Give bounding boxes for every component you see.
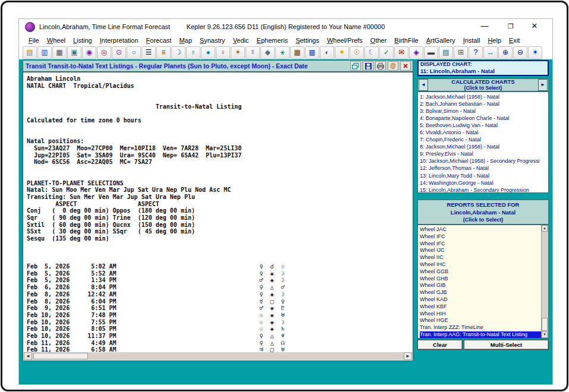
- calculated-chart-item[interactable]: 3: Bolivar,Simon - Natal: [420, 108, 548, 115]
- wheel-chart-icon[interactable]: ◉: [82, 46, 96, 59]
- report-list-item[interactable]: Wheel GJB: [420, 289, 541, 296]
- triwheel-chart-icon[interactable]: ⊙: [112, 46, 126, 59]
- forecast-icon[interactable]: ☽: [171, 46, 186, 59]
- vedic-icon[interactable]: ✶: [231, 46, 245, 59]
- calculated-chart-item[interactable]: 12: Jefferson,Thomas - Natal: [420, 165, 548, 172]
- checkmark-icon[interactable]: ✓: [379, 46, 394, 59]
- menu-item-ephemeris[interactable]: Ephemeris: [253, 36, 293, 45]
- report-list-item[interactable]: Wheel GGB: [420, 268, 541, 276]
- sun-icon[interactable]: ☉: [350, 46, 364, 59]
- reports-scrollbar-thumb[interactable]: [542, 318, 548, 331]
- menu-item-file[interactable]: File: [25, 36, 43, 45]
- scroll-left-icon[interactable]: ◄: [24, 352, 32, 360]
- email-icon[interactable]: ✉: [394, 46, 408, 59]
- aspect-grid-icon[interactable]: ⚹: [275, 46, 290, 59]
- timeline-icon[interactable]: ↔: [483, 46, 498, 59]
- menu-item-forecast[interactable]: Forecast: [143, 36, 176, 45]
- print-icon[interactable]: ▦: [52, 46, 67, 59]
- ephemeris-icon[interactable]: ☿: [246, 46, 260, 59]
- map-icon[interactable]: ♁: [186, 46, 200, 59]
- globe-icon[interactable]: ●: [201, 46, 215, 59]
- menu-item-artgallery[interactable]: ArtGallery: [423, 36, 460, 45]
- calculated-chart-item[interactable]: 4: Bonaparte,Napoleon Charle - Natal: [420, 115, 548, 122]
- close-report-icon[interactable]: ✕: [400, 61, 411, 71]
- report-list-item[interactable]: Wheel IFC: [420, 233, 541, 241]
- print-report-icon[interactable]: [375, 61, 386, 71]
- scroll-down-icon[interactable]: ▼: [542, 331, 548, 338]
- menu-item-synastry[interactable]: Synastry: [196, 36, 230, 45]
- calculated-chart-item[interactable]: 6: Vivaldi,Antonio - Natal: [420, 129, 548, 136]
- scrollbar-thumb[interactable]: [33, 353, 88, 359]
- report-list-item[interactable]: Wheel HIH: [420, 311, 541, 318]
- menu-item-map[interactable]: Map: [175, 36, 196, 45]
- calculated-chart-item[interactable]: 10: Jackson,Michael (1958) - Secondary P…: [420, 157, 548, 165]
- table-icon[interactable]: ▦: [290, 46, 304, 59]
- menu-item-wheel[interactable]: Wheel: [43, 36, 70, 45]
- calculated-chart-item[interactable]: 13: Lincoln,Mary Todd - Natal: [420, 172, 548, 179]
- clear-button[interactable]: Clear: [417, 340, 463, 350]
- report-list-item[interactable]: Tran. Interp AAG: Transit-to-Natal Text …: [420, 331, 541, 339]
- settings-icon[interactable]: ◆: [260, 46, 275, 59]
- menu-item-help[interactable]: Help: [484, 36, 505, 45]
- synastry-icon[interactable]: ♀: [216, 46, 230, 59]
- menu-item-interpretation[interactable]: Interpretation: [96, 36, 143, 45]
- maximize-button[interactable]: ❐: [501, 19, 520, 33]
- multi-select-button[interactable]: Multi-Select: [464, 340, 549, 350]
- menu-item-birthfile[interactable]: BirthFile: [391, 36, 422, 45]
- menu-item-wheel-prefs[interactable]: Wheel/Prefs: [323, 36, 367, 45]
- menu-item-listing[interactable]: Listing: [70, 36, 96, 45]
- charts-prev-button[interactable]: ◄: [419, 79, 428, 91]
- save-report-icon[interactable]: [363, 61, 373, 71]
- clock-icon[interactable]: ◐: [320, 46, 334, 59]
- close-button[interactable]: ✕: [525, 19, 544, 33]
- calculated-chart-item[interactable]: 9: Presley,Elvis - Natal: [420, 150, 548, 157]
- zoom-in-icon[interactable]: ⊕: [498, 46, 513, 59]
- scroll-up-icon[interactable]: ▲: [542, 225, 548, 232]
- report-list-item[interactable]: Wheel GHB: [420, 276, 541, 283]
- charts-next-button[interactable]: ►: [538, 79, 548, 91]
- install-icon[interactable]: ⊞: [454, 46, 468, 59]
- calendar-icon[interactable]: ▩: [305, 46, 319, 59]
- minimize-button[interactable]: —: [475, 19, 494, 33]
- menu-item-vedic[interactable]: Vedic: [230, 36, 253, 45]
- horizontal-scrollbar[interactable]: ◄ ►: [24, 352, 412, 360]
- report-list-item[interactable]: Tran. Interp ZZZ: TimeLine: [420, 324, 541, 331]
- email-report-icon[interactable]: @: [388, 61, 398, 71]
- interpretation-icon[interactable]: ≡: [156, 46, 171, 59]
- artgallery-icon[interactable]: ◈: [409, 46, 423, 59]
- report-list-item[interactable]: Wheel IJC: [420, 247, 541, 254]
- report-list-item[interactable]: Wheel IHC: [420, 261, 541, 268]
- report-list-item[interactable]: Wheel KBF: [420, 304, 541, 311]
- star-chart-icon[interactable]: ✶: [335, 46, 349, 59]
- notes-icon[interactable]: ▬: [424, 46, 438, 59]
- help-icon[interactable]: ?: [469, 46, 483, 59]
- report-list-item[interactable]: Wheel GIB: [420, 282, 541, 289]
- listing-icon[interactable]: ☰: [142, 46, 156, 59]
- wheel-designer-icon[interactable]: ✶: [528, 46, 542, 59]
- zoom-out-icon[interactable]: ⊖: [513, 46, 527, 59]
- calculated-chart-item[interactable]: 8: Jackson,Michael (1958) - Natal: [420, 143, 548, 150]
- calculated-chart-item[interactable]: 7: Chopin,Frederic - Natal: [420, 136, 548, 143]
- report-list-item[interactable]: Wheel IIC: [420, 254, 541, 261]
- scroll-right-icon[interactable]: ►: [404, 352, 412, 360]
- calculated-chart-item[interactable]: 15: Lincoln,Abraham - Secondary Progress…: [420, 186, 548, 193]
- menu-item-other[interactable]: Other: [367, 36, 391, 45]
- biwheel-chart-icon[interactable]: ◎: [97, 46, 111, 59]
- calculated-chart-item[interactable]: 1: Jackson,Michael (1958) - Natal: [420, 93, 548, 100]
- open-chart-icon[interactable]: ▤: [23, 46, 37, 59]
- save-icon[interactable]: ▥: [37, 46, 52, 59]
- menu-item-install[interactable]: Install: [460, 36, 485, 45]
- calculated-chart-item[interactable]: 5: Beethoven,Ludwig Van - Natal: [420, 122, 548, 129]
- moon-icon[interactable]: ☾: [364, 46, 379, 59]
- menu-item-exit[interactable]: Exit: [505, 36, 524, 45]
- calculated-chart-item[interactable]: 2: Bach,Johann Sebastian - Natal: [420, 100, 548, 108]
- report-list-item[interactable]: Wheel HGE: [420, 317, 541, 324]
- report-list-item[interactable]: Wheel IFC: [420, 241, 541, 248]
- cascade-windows-icon[interactable]: [350, 61, 361, 71]
- report-list-item[interactable]: Wheel KAD: [420, 296, 541, 304]
- reports-vertical-scrollbar[interactable]: ▲ ▼: [541, 225, 548, 338]
- database-icon[interactable]: ▤: [439, 46, 453, 59]
- report-list-item[interactable]: Wheel JAC: [420, 226, 541, 233]
- calculated-chart-item[interactable]: 14: Washington,George - Natal: [420, 179, 548, 186]
- quadwheel-chart-icon[interactable]: ○: [127, 46, 141, 59]
